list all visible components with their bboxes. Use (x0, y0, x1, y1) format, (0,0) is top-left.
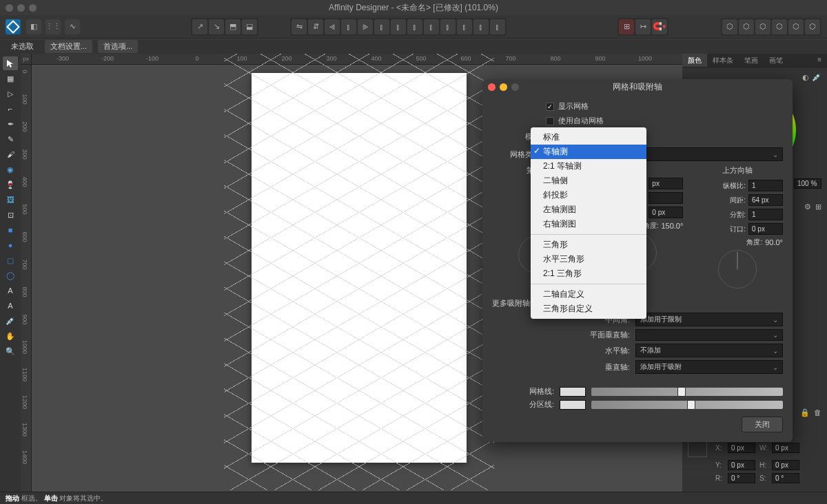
axis2-gutter-input[interactable] (649, 207, 683, 218)
transform-h-input[interactable] (772, 460, 799, 470)
axis3-angle-dial[interactable] (718, 250, 757, 288)
dropdown-item-2axis-custom[interactable]: 二轴自定义 (531, 287, 646, 302)
color-picker-tool[interactable]: 💉 (3, 314, 18, 328)
gridline-color-swatch[interactable] (560, 387, 586, 397)
text-tool[interactable]: A (3, 284, 18, 297)
arrange-button[interactable]: ↘ (209, 19, 224, 34)
place-image-tool[interactable]: 🖼 (3, 193, 18, 207)
snap-toggle-button[interactable]: ↦ (635, 19, 651, 34)
ruler-unit-label[interactable]: px (21, 54, 32, 65)
persona-designer-button[interactable]: ◧ (26, 19, 41, 34)
frame-text-tool[interactable]: A (3, 299, 18, 313)
window-minimize-icon[interactable] (17, 4, 25, 12)
view-tool[interactable]: ✋ (3, 329, 18, 343)
tab-swatches[interactable]: 样本条 (707, 54, 739, 67)
mid-angle-select[interactable]: 添加用于限制 (635, 313, 783, 326)
transform-x-input[interactable] (728, 443, 755, 453)
fill-tool[interactable]: ◉ (3, 162, 18, 176)
boolean-add-button[interactable]: ⬡ (722, 19, 737, 34)
artboard-tool[interactable]: ▦ (3, 72, 18, 85)
panel-menu-icon[interactable]: ≡ (812, 54, 827, 67)
dropdown-item-oblique[interactable]: 斜投影 (531, 188, 646, 202)
dialog-zoom-icon[interactable] (511, 83, 519, 91)
vert-axis-select[interactable]: 添加用于吸附 (635, 360, 783, 374)
pen-tool[interactable]: ✒ (3, 117, 18, 131)
boolean-combine-button[interactable]: ⬡ (805, 19, 820, 34)
dropdown-item-h-triangle[interactable]: 水平三角形 (531, 252, 646, 266)
trash-icon[interactable]: 🗑 (814, 408, 821, 417)
rounded-rect-tool[interactable]: ▢ (3, 253, 18, 267)
window-zoom-icon[interactable] (29, 4, 37, 12)
axis3-divisions-input[interactable] (748, 209, 783, 220)
persona-pixel-button[interactable]: ⋮⋮ (45, 19, 61, 34)
align-center-h-button[interactable]: ⫿ (341, 19, 356, 34)
eyedropper-icon[interactable]: 💉 (812, 73, 821, 82)
distribute-v-button[interactable]: ⫿ (440, 19, 456, 34)
space-v-button[interactable]: ⫿ (473, 19, 489, 34)
auto-grid-checkbox[interactable] (546, 117, 554, 125)
vertical-ruler[interactable]: 0 100 200 300 400 500 600 700 800 900 10… (21, 65, 32, 492)
zoom-tool[interactable]: 🔍 (3, 344, 18, 358)
arrange-button[interactable]: ↗ (192, 19, 207, 34)
axis3-spacing-input[interactable] (748, 194, 783, 206)
axis2-divisions-input[interactable] (649, 192, 683, 204)
pencil-tool[interactable]: ✎ (3, 132, 18, 146)
dropdown-item-2-1-triangle[interactable]: 2:1 三角形 (531, 266, 646, 281)
preferences-button[interactable]: 首选项... (98, 40, 138, 53)
plane-perp-select[interactable] (635, 329, 783, 341)
space-h-button[interactable]: ⫿ (457, 19, 472, 34)
settings-icon[interactable]: ⚙ (804, 202, 811, 211)
axis3-gutter-input[interactable] (748, 223, 783, 235)
transform-w-input[interactable] (772, 443, 799, 453)
tab-stroke[interactable]: 笔画 (739, 54, 764, 67)
transform-r-input[interactable] (728, 473, 755, 483)
transform-s-input[interactable] (772, 473, 799, 483)
transparency-tool[interactable]: 🍷 (3, 178, 18, 191)
panel-opt-icon[interactable]: ⊞ (815, 202, 821, 211)
dropdown-item-2-1-iso[interactable]: 2:1 等轴测 (531, 159, 646, 174)
tab-color[interactable]: 颜色 (682, 54, 707, 67)
donut-tool[interactable]: ◯ (3, 269, 18, 282)
boolean-intersect-button[interactable]: ⬡ (755, 19, 770, 34)
subline-opacity-slider[interactable] (591, 401, 783, 409)
boolean-subtract-button[interactable]: ⬡ (739, 19, 754, 34)
space-v-button[interactable]: ⫿ (490, 19, 505, 34)
distribute-h-button[interactable]: ⫿ (424, 19, 439, 34)
node-tool[interactable]: ▷ (3, 87, 18, 101)
dialog-close-icon[interactable] (488, 83, 496, 91)
persona-export-button[interactable]: ∿ (65, 19, 80, 34)
dialog-minimize-icon[interactable] (500, 83, 507, 91)
axis2-spacing-input[interactable] (649, 178, 683, 189)
tab-brushes[interactable]: 画笔 (764, 54, 788, 67)
horiz-axis-select[interactable]: 不添加 (635, 344, 783, 357)
document-setup-button[interactable]: 文档设置... (45, 40, 92, 53)
align-right-button[interactable]: ⫸ (358, 19, 373, 34)
lock-icon[interactable]: 🔒 (800, 408, 810, 417)
dropdown-item-isometric[interactable]: 等轴测 (531, 145, 646, 159)
align-left-button[interactable]: ⫷ (325, 19, 340, 34)
gridline-opacity-slider[interactable] (591, 388, 783, 396)
corner-tool[interactable]: ⌐ (3, 102, 18, 116)
boolean-divide-button[interactable]: ⬡ (772, 19, 787, 34)
brush-tool[interactable]: 🖌 (3, 147, 18, 161)
dropdown-item-dimetric[interactable]: 二轴侧 (531, 174, 646, 188)
move-tool[interactable] (3, 56, 18, 70)
arrange-button[interactable]: ⬓ (242, 19, 257, 34)
snap-options-button[interactable]: 🧲▾ (652, 19, 667, 34)
dropdown-item-right-axon[interactable]: 右轴测图 (531, 217, 646, 231)
dropdown-item-triangle-custom[interactable]: 三角形自定义 (531, 302, 646, 316)
ellipse-tool[interactable]: ● (3, 238, 18, 252)
dropdown-item-triangle[interactable]: 三角形 (531, 238, 646, 252)
grid-toggle-button[interactable]: ⊞ (619, 19, 634, 34)
axis3-ratio-input[interactable] (748, 180, 783, 191)
align-bottom-button[interactable]: ⫿ (407, 19, 422, 34)
dialog-close-button[interactable]: 关闭 (742, 417, 783, 432)
opacity-input[interactable] (794, 178, 821, 189)
flip-h-button[interactable]: ⇋ (292, 19, 307, 34)
artboard[interactable] (252, 73, 467, 463)
boolean-xor-button[interactable]: ⬡ (788, 19, 804, 34)
color-wheel-icon[interactable]: ◐ (802, 73, 809, 82)
flip-v-button[interactable]: ⇵ (308, 19, 323, 34)
dropdown-item-standard[interactable]: 标准 (531, 130, 646, 145)
arrange-button[interactable]: ⬒ (225, 19, 241, 34)
